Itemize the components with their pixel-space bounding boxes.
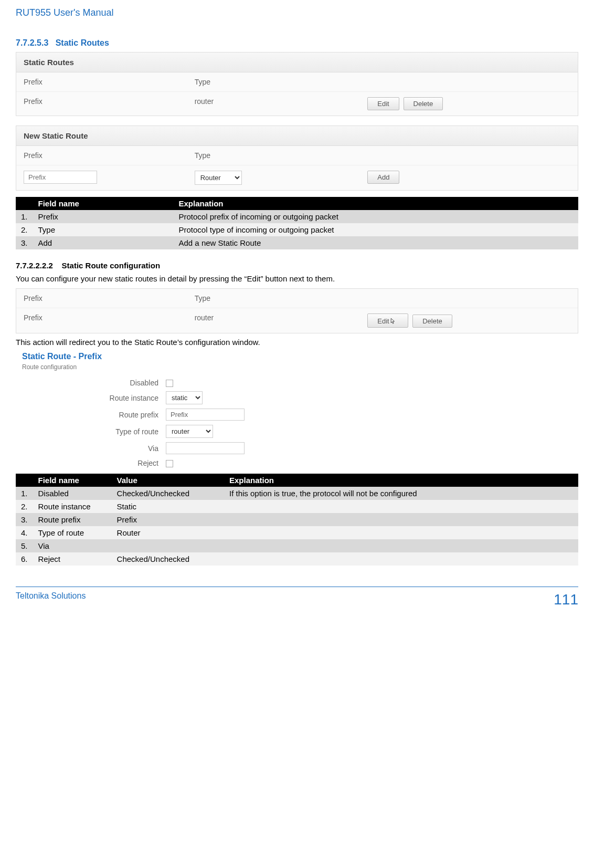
type-select[interactable]: Router	[195, 171, 242, 185]
edit-row-panel: Prefix Type Prefix router Edit Delete	[16, 288, 578, 333]
section-title: Static Routes	[56, 38, 109, 47]
th-value: Value	[112, 474, 224, 487]
delete-button[interactable]: Delete	[404, 97, 443, 110]
row-num: 3.	[16, 513, 33, 526]
table-row: 6. Reject Checked/Unchecked	[16, 552, 578, 566]
field-reject-row: Reject	[19, 458, 575, 467]
config-title: Static Route - Prefix	[22, 352, 575, 361]
footer-divider	[16, 587, 578, 587]
label-reject: Reject	[19, 459, 166, 467]
paragraph-1: You can configure your new static routes…	[16, 274, 578, 283]
label-disabled: Disabled	[19, 379, 166, 387]
label-type-of-route: Type of route	[19, 427, 166, 436]
row-num: 1.	[16, 210, 33, 223]
row-field: Add	[33, 236, 174, 249]
row-field: Type	[33, 223, 174, 236]
field-type-row: Type of route router	[19, 425, 575, 438]
edit-button[interactable]: Edit	[367, 97, 399, 110]
cell-actions: Edit Delete	[365, 97, 570, 110]
row-expl	[224, 513, 578, 526]
column-headers-row: Prefix Type	[16, 72, 578, 92]
row-num: 6.	[16, 552, 33, 566]
section-title-2: Static Route configuration	[62, 261, 161, 270]
edit-cell-actions: Edit Delete	[365, 313, 570, 328]
static-routes-panel: Static Routes Prefix Type Prefix router …	[16, 52, 578, 116]
prefix-input-cell	[24, 171, 195, 185]
label-via: Via	[19, 444, 166, 453]
label-instance: Route instance	[19, 394, 166, 402]
new-route-input-row: Router Add	[16, 165, 578, 190]
panel-title-new-route: New Static Route	[16, 126, 578, 146]
cursor-pointer-icon	[389, 318, 396, 325]
new-static-route-panel: New Static Route Prefix Type Router Add	[16, 126, 578, 191]
config-subtitle: Route configuration	[22, 363, 575, 371]
edit-button-2[interactable]: Edit	[367, 313, 408, 328]
section-heading-2: 7.7.2.2.2.2 Static Route configuration	[16, 261, 578, 270]
table-row: 1. Prefix Protocol prefix of incoming or…	[16, 210, 578, 223]
row-field: Type of route	[33, 526, 112, 539]
table-row: 3. Add Add a new Static Route	[16, 236, 578, 249]
row-expl	[224, 526, 578, 539]
page-number: 111	[554, 591, 578, 608]
label-route-prefix: Route prefix	[19, 411, 166, 419]
row-value: Static	[112, 500, 224, 513]
col-header-prefix-2: Prefix	[24, 151, 195, 160]
edit-col-prefix: Prefix	[24, 294, 195, 302]
field-instance-row: Route instance static	[19, 391, 575, 404]
section-number-2: 7.7.2.2.2.2	[16, 261, 53, 270]
checkbox-reject[interactable]	[166, 460, 173, 467]
checkbox-disabled[interactable]	[166, 380, 173, 387]
select-route-instance[interactable]: static	[166, 391, 203, 404]
field-disabled-row: Disabled	[19, 378, 575, 387]
th-explanation-2: Explanation	[224, 474, 578, 487]
col-header-prefix: Prefix	[24, 78, 195, 86]
row-expl: Protocol prefix of incoming or outgoing …	[174, 210, 578, 223]
cell-type: router	[195, 97, 366, 110]
row-num: 3.	[16, 236, 33, 249]
row-value: Prefix	[112, 513, 224, 526]
paragraph-2: This action will redirect you to the Sta…	[16, 338, 578, 347]
add-button[interactable]: Add	[367, 171, 399, 184]
section-heading-1: 7.7.2.5.3 Static Routes	[16, 38, 578, 48]
edit-button-label: Edit	[377, 317, 389, 325]
footer-left: Teltonika Solutions	[16, 591, 86, 608]
col-header-actions	[365, 78, 570, 86]
footer: Teltonika Solutions 111	[16, 590, 578, 621]
th-explanation: Explanation	[174, 197, 578, 210]
row-num: 1.	[16, 487, 33, 500]
th-fieldname-2: Field name	[33, 474, 112, 487]
edit-col-headers: Prefix Type	[16, 289, 578, 308]
edit-data-row: Prefix router Edit Delete	[16, 308, 578, 333]
row-value	[112, 539, 224, 552]
delete-button-2[interactable]: Delete	[412, 315, 452, 328]
input-route-prefix[interactable]	[166, 409, 245, 421]
row-expl	[224, 552, 578, 566]
field-via-row: Via	[19, 442, 575, 454]
row-value: Checked/Unchecked	[112, 552, 224, 566]
cell-prefix: Prefix	[24, 97, 195, 110]
col-header-type: Type	[195, 78, 366, 86]
row-num: 5.	[16, 539, 33, 552]
row-num: 2.	[16, 223, 33, 236]
row-field: Route instance	[33, 500, 112, 513]
row-expl: Protocol type of incoming or outgoing pa…	[174, 223, 578, 236]
route-row: Prefix router Edit Delete	[16, 92, 578, 116]
th-fieldname: Field name	[33, 197, 174, 210]
row-num: 2.	[16, 500, 33, 513]
row-num: 4.	[16, 526, 33, 539]
table-row: 4. Type of route Router	[16, 526, 578, 539]
edit-col-type: Type	[195, 294, 366, 302]
select-type-of-route[interactable]: router	[166, 425, 213, 438]
add-button-cell: Add	[365, 171, 570, 185]
row-field: Prefix	[33, 210, 174, 223]
row-field: Disabled	[33, 487, 112, 500]
table-row: 1. Disabled Checked/Unchecked If this op…	[16, 487, 578, 500]
prefix-input[interactable]	[24, 171, 97, 184]
th-blank-2	[16, 474, 33, 487]
table-row: 5. Via	[16, 539, 578, 552]
section-number: 7.7.2.5.3	[16, 38, 48, 47]
th-blank	[16, 197, 33, 210]
row-expl	[224, 500, 578, 513]
input-via[interactable]	[166, 442, 245, 454]
doc-header: RUT955 User's Manual	[16, 0, 578, 23]
